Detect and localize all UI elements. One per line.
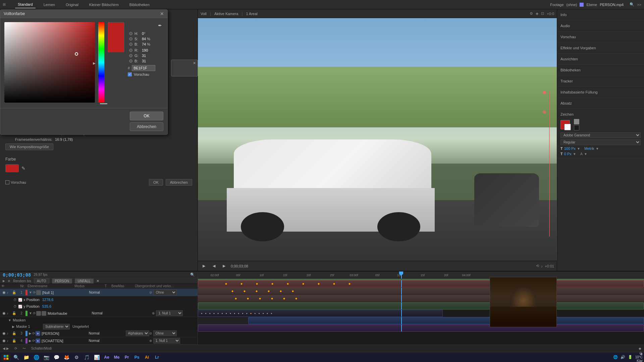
taskbar-mozilla-icon[interactable]: 🦊 xyxy=(62,353,71,361)
track-clip-3[interactable] xyxy=(248,317,644,324)
layer-1-triangle-icon[interactable]: ▼ xyxy=(29,291,32,294)
x-position-stopwatch-icon[interactable]: ⏱ xyxy=(13,298,17,302)
layer-4-visibility-icon[interactable]: ◉ xyxy=(1,338,7,344)
taskbar-search-icon[interactable]: 🔍 xyxy=(11,353,21,361)
cancel-button[interactable]: Abbrechen xyxy=(130,122,163,131)
preview-settings-icon[interactable]: ⚙ xyxy=(530,11,533,16)
layer-row-3[interactable]: ◉ ♪ 🔓 3 ▶ ⟳ ▶ [PERSON] Normal Alphakanal xyxy=(0,330,198,337)
taskbar-app3-icon[interactable]: 📊 xyxy=(92,353,101,361)
status-loop-icon[interactable]: ⟳ xyxy=(14,347,17,350)
layer-1-audio-icon[interactable]: ♪ xyxy=(7,291,12,294)
layer-2-visibility-icon[interactable]: ◉ xyxy=(1,311,7,316)
tab-bibliotheken[interactable]: Bibliotheken xyxy=(127,1,152,8)
layer-1-cycle-icon[interactable]: ⟳ xyxy=(33,291,36,294)
layer-row-2[interactable]: ◉ ♪ 🔓 2 ▼ ⟳ Motorhaube Normal ⊕ xyxy=(0,310,198,317)
bottom-abbrechen-button[interactable]: Abbrechen xyxy=(166,179,192,186)
preview-audio-icon[interactable]: ♪ xyxy=(541,264,543,268)
render-item-auto[interactable]: AUTO xyxy=(34,279,49,284)
hex-input[interactable] xyxy=(132,65,155,71)
taskbar-lr-icon[interactable]: Lr xyxy=(152,353,162,361)
layer-row-1[interactable]: ◉ ♪ 🔓 1 ▼ ⟳ [Null 1] Normal ⊘ Ohne xyxy=(0,289,198,296)
preview-loop-icon[interactable]: ⟲ xyxy=(536,264,539,268)
taskbar-edge-icon[interactable]: 🌐 xyxy=(32,353,41,361)
layer-3-triangle-icon[interactable]: ▶ xyxy=(29,331,32,335)
preview-zoom-icon[interactable]: ⊡ xyxy=(541,11,544,16)
taskbar-battery-icon[interactable]: 🔋 xyxy=(628,355,633,359)
font-metric-value[interactable]: Metrik xyxy=(584,146,594,150)
status-arrows[interactable]: ◀ ▶ xyxy=(3,347,9,350)
prev-frame-button[interactable]: ◀ xyxy=(211,263,217,269)
render-icon2[interactable]: ⊕ xyxy=(8,279,10,283)
layer-2-triangle-icon[interactable]: ▼ xyxy=(29,311,32,315)
black-swatch[interactable] xyxy=(574,125,579,130)
layer-2-audio-icon[interactable]: ♪ xyxy=(7,311,12,315)
layer-2-uebergeordnet-select[interactable]: 1. Null 1 xyxy=(156,310,183,316)
font-style-select[interactable]: Regular xyxy=(560,139,641,145)
masken-expand-icon[interactable]: ▼ xyxy=(8,318,11,322)
x-position-value[interactable]: 1278,6 xyxy=(42,298,54,302)
track-clip-2[interactable] xyxy=(198,302,644,309)
taskbar-pr-icon[interactable]: Pr xyxy=(122,353,131,361)
layer-3-lock-icon[interactable]: 🔓 xyxy=(12,331,17,335)
taskbar-me-icon[interactable]: Me xyxy=(112,353,121,361)
taskbar-network-icon[interactable]: 🌐 xyxy=(613,355,618,359)
play-button[interactable]: ▶ xyxy=(201,263,207,269)
taskbar-app2-icon[interactable]: 🎵 xyxy=(82,353,91,361)
fill-color-swatch[interactable] xyxy=(560,120,570,129)
taskbar-camera-icon[interactable]: 📷 xyxy=(42,353,51,361)
preview-video-area[interactable] xyxy=(198,18,557,261)
render-item-unfall[interactable]: UNFALL xyxy=(75,279,94,284)
layer-1-visibility-icon[interactable]: ◉ xyxy=(1,290,7,295)
layer-4-lock-icon[interactable]: 🔓 xyxy=(12,339,17,343)
s-radio[interactable] xyxy=(129,37,132,41)
taskbar-file-icon[interactable]: 📁 xyxy=(21,353,31,361)
layer-row-4[interactable]: ◉ ♪ 🔓 4 ▶ ⟳ ▶ [SCHATTEN] Normal ⊕ xyxy=(0,337,198,345)
tab-kleiner-bildschirm[interactable]: Kleiner Bildschirm xyxy=(87,1,121,8)
font-size-value[interactable]: 100 Px xyxy=(564,146,576,150)
taskbar-sound-icon[interactable]: 🔊 xyxy=(621,355,625,359)
layer-3-visibility-icon[interactable]: ◉ xyxy=(1,331,7,336)
track-clip-1-y[interactable]: ◆ ◆ ◆ ◆ ◆ ◆ xyxy=(198,295,644,302)
render-close-icon[interactable]: ✕ xyxy=(96,279,99,283)
h-radio[interactable] xyxy=(129,32,132,35)
hue-strip[interactable] xyxy=(98,22,104,103)
taskbar-ae-icon[interactable]: Ae xyxy=(102,353,111,361)
maske1-mode-select[interactable]: Subtrahieren xyxy=(43,324,70,329)
gradient-bg[interactable] xyxy=(4,22,95,103)
preview-quality-btn[interactable]: +0:01 xyxy=(545,264,554,268)
tab-lernen[interactable]: Lernen xyxy=(41,1,58,8)
layer-2-cycle-icon[interactable]: ⟳ xyxy=(33,311,36,315)
track-clip-1[interactable]: ◆ ◆ ◆ ◆ ◆ ◆ ◆ ◆ ◆ xyxy=(198,280,644,287)
track-clip-1-x[interactable]: ◆ ◆ ◆ ◆ ◆ ◆ xyxy=(198,288,644,295)
font-family-select[interactable]: Adobe Garamond xyxy=(560,132,641,138)
layer-4-uebergeordnet-select[interactable]: 1. Null 1 xyxy=(153,338,180,344)
farbe-pencil-icon[interactable]: ✎ xyxy=(21,166,25,171)
y-position-stopwatch-icon[interactable]: ⏱ xyxy=(13,305,17,308)
layer-2-lock-icon[interactable]: 🔓 xyxy=(12,311,17,315)
ok-button[interactable]: OK xyxy=(130,112,163,120)
taskbar-ai-icon[interactable]: Ai xyxy=(142,353,152,361)
track-clip-4[interactable] xyxy=(198,324,644,331)
preview-checkbox[interactable]: ✓ xyxy=(128,72,132,76)
preview-quality-icon[interactable]: ◈ xyxy=(536,11,538,16)
status-wave-icon[interactable]: 〜 xyxy=(22,346,26,351)
gray-swatch[interactable] xyxy=(574,119,579,124)
color-gradient[interactable] xyxy=(4,22,95,103)
expand-arrow-icon[interactable]: ▶ xyxy=(93,61,96,65)
align-icon[interactable]: A xyxy=(580,152,583,156)
taskbar-whatsapp-icon[interactable]: 💬 xyxy=(52,353,61,361)
r-radio[interactable] xyxy=(129,49,132,52)
layer-1-lock-icon[interactable]: 🔓 xyxy=(12,291,17,294)
farbe-color-box[interactable] xyxy=(5,164,19,172)
layer-3-cycle-icon[interactable]: ⟳ xyxy=(32,331,35,335)
small-dialog-close[interactable]: ✕ xyxy=(193,61,196,65)
y-position-value[interactable]: 535,6 xyxy=(42,304,52,308)
track-clip-2-maske[interactable]: ● ● ● ● ● ● ● ● ● ● ● ● ● ● ● xyxy=(198,310,443,317)
tab-standard[interactable]: Standard xyxy=(15,1,36,8)
current-time-display[interactable]: 0;00;03;08 xyxy=(3,272,31,278)
wie-kompgroesse-button[interactable]: Wie Kompositionsgröße xyxy=(5,143,53,150)
taskbar-ps-icon[interactable]: Ps xyxy=(132,353,142,361)
pipette-icon[interactable]: ✒ xyxy=(157,22,163,29)
color-gradient-area[interactable]: ▶ xyxy=(4,22,95,104)
search-icon[interactable]: 🔍 xyxy=(630,2,634,7)
